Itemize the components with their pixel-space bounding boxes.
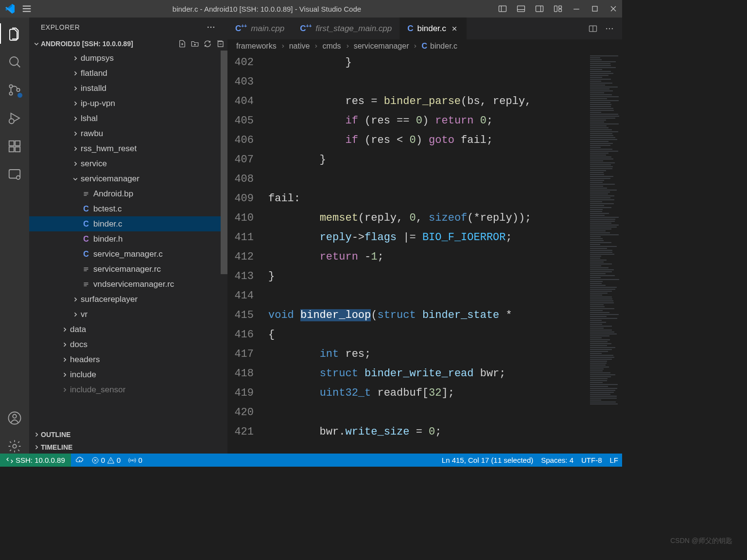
- breadcrumb-item[interactable]: cmds: [322, 42, 341, 51]
- maximize-icon[interactable]: [590, 4, 600, 14]
- code-line[interactable]: struct binder_write_read bwr;: [268, 364, 588, 384]
- code-line[interactable]: [268, 286, 588, 306]
- tree-file[interactable]: Cbinder.h: [29, 231, 227, 246]
- tree-folder[interactable]: surfacereplayer: [29, 292, 227, 307]
- code-line[interactable]: int res;: [268, 345, 588, 364]
- breadcrumbs[interactable]: frameworksnativecmdsservicemanagerCbinde…: [227, 39, 622, 53]
- tree-folder[interactable]: dumpsys: [29, 51, 227, 66]
- new-folder-icon[interactable]: [191, 39, 199, 48]
- activitybar-extensions[interactable]: [7, 139, 22, 154]
- status-problems[interactable]: 0 0: [87, 454, 125, 467]
- code-line[interactable]: [268, 170, 588, 189]
- editor-tab[interactable]: C++main.cpp: [227, 18, 292, 39]
- layout-panel-left-icon[interactable]: [498, 4, 507, 14]
- breadcrumb-item[interactable]: native: [289, 42, 310, 51]
- tree-folder[interactable]: include_sensor: [29, 382, 227, 397]
- close-icon[interactable]: [450, 24, 459, 33]
- more-icon[interactable]: [206, 22, 216, 32]
- split-editor-icon[interactable]: [588, 24, 598, 34]
- code-line[interactable]: void binder_loop(struct binder_state *: [268, 306, 588, 325]
- minimap[interactable]: [588, 53, 622, 454]
- explorer-section-header[interactable]: ANDROID10 [SSH: 10.0.0.89]: [29, 37, 227, 51]
- status-sync[interactable]: [71, 454, 87, 467]
- svg-rect-2: [536, 6, 543, 12]
- code-line[interactable]: [268, 72, 588, 92]
- outline-section[interactable]: OUTLINE: [29, 428, 227, 441]
- layout-panel-bottom-icon[interactable]: [516, 4, 526, 14]
- code-line[interactable]: bwr.write_size = 0;: [268, 422, 588, 442]
- code-line[interactable]: }: [268, 53, 588, 72]
- cpp-file-icon: C++: [300, 23, 312, 34]
- tree-folder[interactable]: rss_hwm_reset: [29, 141, 227, 156]
- tree-folder[interactable]: docs: [29, 337, 227, 352]
- new-file-icon[interactable]: [178, 39, 187, 48]
- status-encoding[interactable]: UTF-8: [577, 456, 606, 464]
- tree-file[interactable]: Cbctest.c: [29, 201, 227, 216]
- status-eol[interactable]: LF: [606, 456, 622, 464]
- activitybar-accounts[interactable]: [7, 411, 22, 425]
- collapse-all-icon[interactable]: [216, 39, 225, 48]
- line-number: 410: [227, 209, 254, 228]
- code-line[interactable]: {: [268, 325, 588, 345]
- status-ports[interactable]: 0: [124, 454, 146, 467]
- close-icon[interactable]: [608, 4, 618, 14]
- code-line[interactable]: [268, 403, 588, 422]
- status-errors-count: 0: [101, 456, 105, 464]
- code-line[interactable]: reply->flags |= BIO_F_IOERROR;: [268, 228, 588, 247]
- tree-file[interactable]: vndservicemanager.rc: [29, 277, 227, 292]
- code-line[interactable]: }: [268, 267, 588, 286]
- tree-file[interactable]: Cbinder.c: [29, 216, 227, 231]
- tree-folder[interactable]: installd: [29, 81, 227, 96]
- tree-file[interactable]: Cservice_manager.c: [29, 246, 227, 262]
- code-line[interactable]: fail:: [268, 189, 588, 209]
- layout-panel-right-icon[interactable]: [535, 4, 544, 14]
- breadcrumb-item[interactable]: frameworks: [236, 42, 277, 51]
- more-icon[interactable]: [605, 24, 614, 34]
- tree-folder[interactable]: flatland: [29, 66, 227, 81]
- activitybar-explorer[interactable]: [7, 26, 22, 41]
- tree-folder[interactable]: servicemanager: [29, 171, 227, 186]
- tree-folder[interactable]: service: [29, 156, 227, 171]
- code-editor[interactable]: 4024034044054064074084094104114124134144…: [227, 53, 622, 454]
- code-line[interactable]: res = binder_parse(bs, reply,: [268, 92, 588, 111]
- svg-point-23: [213, 27, 215, 28]
- status-spaces[interactable]: Spaces: 4: [537, 456, 577, 464]
- code-line[interactable]: return -1;: [268, 247, 588, 267]
- c-file-icon: C: [407, 24, 413, 34]
- code-line[interactable]: }: [268, 150, 588, 170]
- refresh-icon[interactable]: [203, 39, 212, 48]
- code-line[interactable]: uint32_t readbuf[32];: [268, 384, 588, 403]
- status-remote[interactable]: SSH: 10.0.0.89: [0, 454, 71, 467]
- activitybar-source-control[interactable]: [7, 83, 22, 97]
- activitybar-remote[interactable]: [7, 167, 22, 182]
- code-line[interactable]: memset(reply, 0, sizeof(*reply));: [268, 209, 588, 228]
- editor-tab[interactable]: C++first_stage_main.cpp: [292, 18, 400, 39]
- tree-folder[interactable]: include: [29, 367, 227, 382]
- tree-file[interactable]: Android.bp: [29, 186, 227, 201]
- chevron-right-icon: [412, 43, 418, 50]
- layout-customize-icon[interactable]: [553, 4, 563, 14]
- editor-tab[interactable]: Cbinder.c: [400, 18, 467, 39]
- tree-folder[interactable]: ip-up-vpn: [29, 96, 227, 111]
- code-line[interactable]: if (res == 0) return 0;: [268, 111, 588, 131]
- activitybar-search[interactable]: [7, 54, 22, 69]
- breadcrumb-file[interactable]: binder.c: [430, 42, 457, 51]
- breadcrumb-item[interactable]: servicemanager: [354, 42, 409, 51]
- tree-folder[interactable]: vr: [29, 307, 227, 322]
- activitybar-settings[interactable]: [7, 439, 22, 454]
- code-text[interactable]: } res = binder_parse(bs, reply, if (res …: [268, 53, 588, 454]
- tree-scrollbar-thumb[interactable]: [221, 51, 227, 274]
- timeline-section[interactable]: TIMELINE: [29, 441, 227, 454]
- status-cursor[interactable]: Ln 415, Col 17 (11 selected): [438, 456, 537, 464]
- activitybar-debug[interactable]: [7, 111, 22, 125]
- file-tree[interactable]: dumpsysflatlandinstalldip-up-vpnlshalraw…: [29, 51, 227, 428]
- code-line[interactable]: if (res < 0) goto fail;: [268, 131, 588, 150]
- hamburger-menu-icon[interactable]: [21, 3, 32, 14]
- tree-folder[interactable]: rawbu: [29, 126, 227, 141]
- tree-folder[interactable]: lshal: [29, 111, 227, 126]
- tree-file[interactable]: servicemanager.rc: [29, 262, 227, 277]
- tree-folder[interactable]: data: [29, 322, 227, 337]
- minimize-icon[interactable]: [572, 4, 581, 14]
- line-number: 411: [227, 228, 254, 247]
- tree-folder[interactable]: headers: [29, 352, 227, 367]
